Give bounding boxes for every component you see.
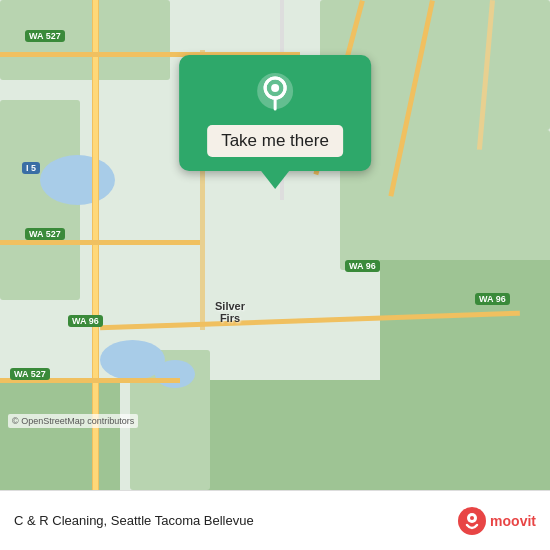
shield-wa527-2: WA 527 bbox=[25, 228, 65, 240]
forest-area bbox=[180, 380, 550, 490]
forest-area bbox=[340, 130, 550, 270]
place-label-silver-firs: SilverFirs bbox=[215, 300, 245, 324]
bottom-bar: C & R Cleaning, Seattle Tacoma Bellevue … bbox=[0, 490, 550, 550]
svg-point-2 bbox=[271, 84, 279, 92]
shield-wa96-2: WA 96 bbox=[345, 260, 380, 272]
shield-wa96-1: WA 96 bbox=[68, 315, 103, 327]
moovit-icon bbox=[458, 507, 486, 535]
forest-area bbox=[380, 260, 550, 390]
svg-point-6 bbox=[470, 516, 474, 520]
shield-wa527-3: WA 527 bbox=[10, 368, 50, 380]
map-attribution: © OpenStreetMap contributors bbox=[8, 414, 138, 428]
business-name: C & R Cleaning, Seattle Tacoma Bellevue bbox=[14, 513, 254, 528]
location-pin-icon bbox=[255, 71, 295, 111]
water-body bbox=[40, 155, 115, 205]
shield-i5: I 5 bbox=[22, 162, 40, 174]
forest-area bbox=[0, 380, 120, 490]
popup-box[interactable]: Take me there bbox=[179, 55, 371, 171]
road-wa527-mid bbox=[0, 240, 200, 245]
moovit-text: moovit bbox=[490, 513, 536, 529]
shield-wa527-1: WA 527 bbox=[25, 30, 65, 42]
location-popup[interactable]: Take me there bbox=[179, 55, 371, 189]
popup-label[interactable]: Take me there bbox=[207, 125, 343, 157]
moovit-logo[interactable]: moovit bbox=[458, 507, 536, 535]
popup-arrow bbox=[261, 171, 289, 189]
water-body bbox=[155, 360, 195, 388]
shield-wa96-3: WA 96 bbox=[475, 293, 510, 305]
map-view[interactable]: WA 527 WA 527 WA 527 I 5 WA 96 WA 96 WA … bbox=[0, 0, 550, 490]
